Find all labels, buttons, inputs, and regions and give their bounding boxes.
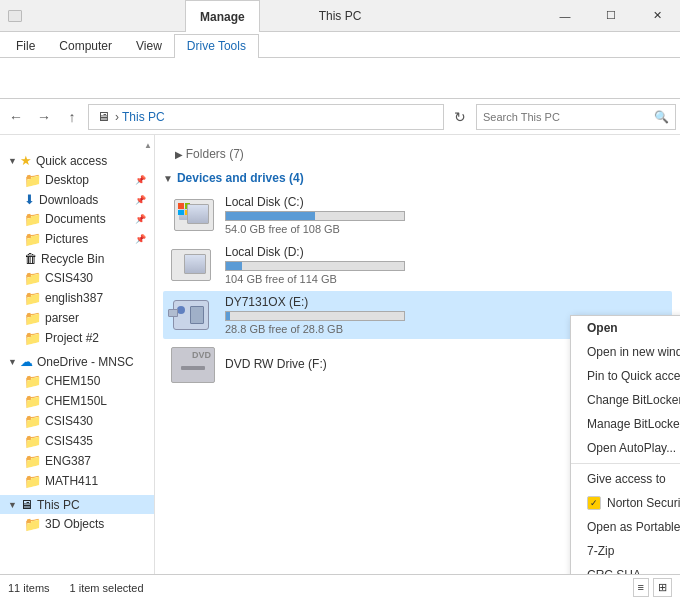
drive-d[interactable]: Local Disk (D:) 104 GB free of 114 GB bbox=[163, 241, 672, 289]
close-button[interactable]: ✕ bbox=[634, 0, 680, 32]
drive-c[interactable]: Local Disk (C:) 54.0 GB free of 108 GB bbox=[163, 191, 672, 239]
window-title: This PC bbox=[319, 9, 362, 23]
title-bar-icons bbox=[8, 9, 22, 23]
status-count: 11 items bbox=[8, 582, 50, 594]
math411-icon: 📁 bbox=[24, 473, 40, 489]
sidebar-item-thispc[interactable]: ▼ 🖥 This PC bbox=[0, 495, 154, 514]
sidebar-item-csis430-od[interactable]: 📁 CSIS430 bbox=[0, 411, 154, 431]
ctx-manage-bitlocker[interactable]: Manage BitLocker bbox=[571, 412, 680, 436]
manage-tab[interactable]: Manage bbox=[185, 0, 260, 32]
drive-c-icon bbox=[169, 195, 217, 235]
sidebar-item-chem150[interactable]: 📁 CHEM150 bbox=[0, 371, 154, 391]
pin-icon-2: 📌 bbox=[135, 195, 146, 205]
sidebar-item-documents[interactable]: 📁 Documents 📌 bbox=[0, 209, 154, 229]
address-path[interactable]: 🖥 › This PC bbox=[88, 104, 444, 130]
thispc-sidebar-label: This PC bbox=[37, 498, 80, 512]
quick-access-toolbar[interactable] bbox=[8, 10, 22, 22]
ctx-open-new-window[interactable]: Open in new window bbox=[571, 340, 680, 364]
sidebar-item-3dobjects[interactable]: 📁 3D Objects bbox=[0, 514, 154, 534]
drive-c-space: 54.0 GB free of 108 GB bbox=[225, 223, 666, 235]
ctx-open-new-label: Open in new window bbox=[587, 345, 680, 359]
sidebar-item-pictures[interactable]: 📁 Pictures 📌 bbox=[0, 229, 154, 249]
onedrive-label: OneDrive - MNSC bbox=[37, 355, 134, 369]
sidebar-recycle-label: Recycle Bin bbox=[41, 252, 104, 266]
ctx-open-label: Open bbox=[587, 321, 618, 335]
sidebar-item-english387[interactable]: 📁 english387 bbox=[0, 288, 154, 308]
drive-c-name: Local Disk (C:) bbox=[225, 195, 666, 209]
sidebar-item-quick-access[interactable]: ▼ ★ Quick access bbox=[0, 151, 154, 170]
ctx-open[interactable]: Open bbox=[571, 316, 680, 340]
ribbon-content bbox=[0, 58, 680, 98]
pin-icon: 📌 bbox=[135, 175, 146, 185]
sidebar-item-csis435[interactable]: 📁 CSIS435 bbox=[0, 431, 154, 451]
norton-icon: ✓ bbox=[587, 496, 601, 510]
ctx-give-access-label: Give access to bbox=[587, 472, 666, 486]
scroll-up-icon[interactable]: ▲ bbox=[144, 141, 152, 150]
tab-file[interactable]: File bbox=[4, 35, 47, 57]
ctx-norton[interactable]: ✓ Norton Security › bbox=[571, 491, 680, 515]
eng387-icon: 📁 bbox=[24, 290, 40, 306]
grid-view-button[interactable]: ⊞ bbox=[653, 578, 672, 597]
sidebar-item-downloads[interactable]: ⬇ Downloads 📌 bbox=[0, 190, 154, 209]
drive-e-name: DY7131OX (E:) bbox=[225, 295, 666, 309]
maximize-button[interactable]: ☐ bbox=[588, 0, 634, 32]
ctx-norton-label: Norton Security bbox=[607, 496, 680, 510]
folder-icon: 📁 bbox=[24, 172, 40, 188]
drive-d-bar bbox=[226, 262, 242, 270]
csis435-icon: 📁 bbox=[24, 433, 40, 449]
ctx-autoplay[interactable]: Open AutoPlay... bbox=[571, 436, 680, 460]
ctx-7zip[interactable]: 7-Zip › bbox=[571, 539, 680, 563]
drive-d-name: Local Disk (D:) bbox=[225, 245, 666, 259]
tab-computer[interactable]: Computer bbox=[47, 35, 124, 57]
ctx-change-bitlocker-label: Change BitLocker password bbox=[587, 393, 680, 407]
ctx-crcsha-label: CRC SHA bbox=[587, 568, 641, 574]
drive-c-bar bbox=[226, 212, 315, 220]
pics-icon: 📁 bbox=[24, 231, 40, 247]
search-input[interactable] bbox=[483, 111, 650, 123]
search-box[interactable]: 🔍 bbox=[476, 104, 676, 130]
tab-view[interactable]: View bbox=[124, 35, 174, 57]
drive-e-bar-container bbox=[225, 311, 405, 321]
back-button[interactable]: ← bbox=[4, 105, 28, 129]
project2-icon: 📁 bbox=[24, 330, 40, 346]
up-button[interactable]: ↑ bbox=[60, 105, 84, 129]
sidebar-parser-label: parser bbox=[45, 311, 79, 325]
sidebar-item-csis430[interactable]: 📁 CSIS430 bbox=[0, 268, 154, 288]
status-bar: 11 items 1 item selected ≡ ⊞ bbox=[0, 574, 680, 600]
ctx-pin-quick-access[interactable]: Pin to Quick access bbox=[571, 364, 680, 388]
sidebar-item-desktop[interactable]: 📁 Desktop 📌 bbox=[0, 170, 154, 190]
minimize-button[interactable]: — bbox=[542, 0, 588, 32]
sidebar-item-parser[interactable]: 📁 parser bbox=[0, 308, 154, 328]
ctx-crcsha[interactable]: CRC SHA › bbox=[571, 563, 680, 574]
sidebar-item-onedrive[interactable]: ▼ ☁ OneDrive - MNSC bbox=[0, 352, 154, 371]
forward-button[interactable]: → bbox=[32, 105, 56, 129]
ctx-give-access[interactable]: Give access to › bbox=[571, 467, 680, 491]
folders-header: ▶ Folders (7) bbox=[163, 143, 672, 167]
ribbon-tabs: File Computer View Drive Tools bbox=[0, 32, 680, 58]
sidebar-item-chem150l[interactable]: 📁 CHEM150L bbox=[0, 391, 154, 411]
ctx-manage-bitlocker-label: Manage BitLocker bbox=[587, 417, 680, 431]
math411-label: MATH411 bbox=[45, 474, 98, 488]
sidebar-item-project2[interactable]: 📁 Project #2 bbox=[0, 328, 154, 348]
tab-drive-tools[interactable]: Drive Tools bbox=[174, 34, 259, 58]
sidebar-item-math411[interactable]: 📁 MATH411 bbox=[0, 471, 154, 491]
ctx-7zip-label: 7-Zip bbox=[587, 544, 614, 558]
recycle-icon: 🗑 bbox=[24, 251, 37, 266]
address-bar: ← → ↑ 🖥 › This PC ↻ 🔍 bbox=[0, 99, 680, 135]
drive-f-icon: DVD bbox=[169, 345, 217, 385]
ctx-change-bitlocker[interactable]: Change BitLocker password bbox=[571, 388, 680, 412]
sidebar-item-recycle[interactable]: 🗑 Recycle Bin bbox=[0, 249, 154, 268]
list-view-button[interactable]: ≡ bbox=[633, 578, 649, 597]
folders-arrow: ▶ bbox=[175, 149, 186, 160]
window-controls: — ☐ ✕ bbox=[542, 0, 680, 32]
ctx-autoplay-label: Open AutoPlay... bbox=[587, 441, 676, 455]
devices-section-header: ▼ Devices and drives (4) bbox=[163, 167, 672, 191]
refresh-button[interactable]: ↻ bbox=[448, 105, 472, 129]
sidebar-item-eng387[interactable]: 📁 ENG387 bbox=[0, 451, 154, 471]
status-selected: 1 item selected bbox=[70, 582, 144, 594]
path-thispc[interactable]: This PC bbox=[122, 110, 165, 124]
pin-icon-4: 📌 bbox=[135, 234, 146, 244]
ctx-portable-device[interactable]: Open as Portable Device bbox=[571, 515, 680, 539]
drive-e-bar bbox=[226, 312, 230, 320]
drive-d-info: Local Disk (D:) 104 GB free of 114 GB bbox=[225, 245, 666, 285]
